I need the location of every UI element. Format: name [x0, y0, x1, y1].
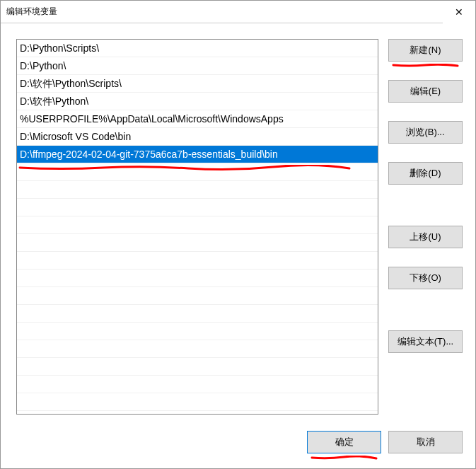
- edit-button[interactable]: 编辑(E): [388, 80, 463, 103]
- path-list-empty-row[interactable]: [17, 323, 378, 340]
- button-column: 新建(N) 编辑(E) 浏览(B)... 删除(D) 上移(U: [388, 39, 463, 415]
- move-down-button[interactable]: 下移(O): [388, 267, 463, 289]
- path-list-item[interactable]: D:\Microsoft VS Code\bin: [17, 128, 378, 146]
- path-list-empty-row[interactable]: [17, 216, 378, 234]
- path-list-empty-row[interactable]: [17, 376, 378, 393]
- path-list-empty-row[interactable]: [17, 340, 378, 358]
- new-button-label: 新建(N): [410, 44, 441, 57]
- path-list-item[interactable]: D:\软件\Python\Scripts\: [17, 75, 378, 93]
- path-list-empty-row[interactable]: [17, 199, 378, 216]
- path-list-item[interactable]: D:\ffmpeg-2024-02-04-git-7375a6ca7b-esse…: [17, 146, 378, 163]
- dialog-content: D:\Python\Scripts\D:\Python\D:\软件\Python…: [1, 23, 475, 426]
- cancel-button[interactable]: 取消: [388, 431, 463, 453]
- path-list-empty-row[interactable]: [17, 305, 378, 323]
- annotation-underline: [392, 59, 459, 64]
- path-list-item[interactable]: D:\Python\: [17, 57, 378, 75]
- path-list-empty-row[interactable]: [17, 287, 378, 305]
- browse-button-label: 浏览(B)...: [406, 126, 444, 139]
- browse-button[interactable]: 浏览(B)...: [388, 121, 463, 144]
- cancel-button-label: 取消: [417, 436, 435, 448]
- path-list-empty-row[interactable]: [17, 358, 378, 376]
- path-list-empty-row[interactable]: [17, 270, 378, 287]
- move-down-button-label: 下移(O): [410, 272, 441, 284]
- edit-text-button[interactable]: 编辑文本(T)...: [388, 330, 463, 353]
- annotation-underline: [310, 451, 378, 456]
- edit-button-label: 编辑(E): [410, 85, 441, 98]
- path-list-item[interactable]: D:\Python\Scripts\: [17, 40, 378, 57]
- path-list-empty-row[interactable]: [17, 252, 378, 270]
- edit-env-var-dialog: 编辑环境变量 ✕ D:\Python\Scripts\D:\Python\D:\…: [0, 0, 476, 469]
- close-button[interactable]: ✕: [443, 1, 475, 23]
- close-icon: ✕: [455, 7, 463, 17]
- move-up-button[interactable]: 上移(U): [388, 226, 463, 248]
- path-list-empty-row[interactable]: [17, 181, 378, 199]
- path-list-empty-row[interactable]: [17, 234, 378, 252]
- path-list-empty-row[interactable]: [17, 393, 378, 411]
- dialog-title: 编辑环境变量: [6, 6, 443, 18]
- path-list-item[interactable]: D:\软件\Python\: [17, 93, 378, 110]
- delete-button-label: 删除(D): [410, 167, 441, 180]
- delete-button[interactable]: 删除(D): [388, 162, 463, 185]
- path-list[interactable]: D:\Python\Scripts\D:\Python\D:\软件\Python…: [16, 39, 378, 415]
- path-list-item[interactable]: %USERPROFILE%\AppData\Local\Microsoft\Wi…: [17, 110, 378, 128]
- path-list-empty-row[interactable]: [17, 163, 378, 181]
- dialog-footer: 确定 取消: [1, 426, 475, 468]
- new-button[interactable]: 新建(N): [388, 39, 463, 62]
- edit-text-button-label: 编辑文本(T)...: [397, 335, 453, 348]
- ok-button[interactable]: 确定: [307, 431, 381, 453]
- move-up-button-label: 上移(U): [410, 231, 441, 243]
- titlebar: 编辑环境变量 ✕: [1, 1, 475, 23]
- ok-button-label: 确定: [335, 436, 354, 448]
